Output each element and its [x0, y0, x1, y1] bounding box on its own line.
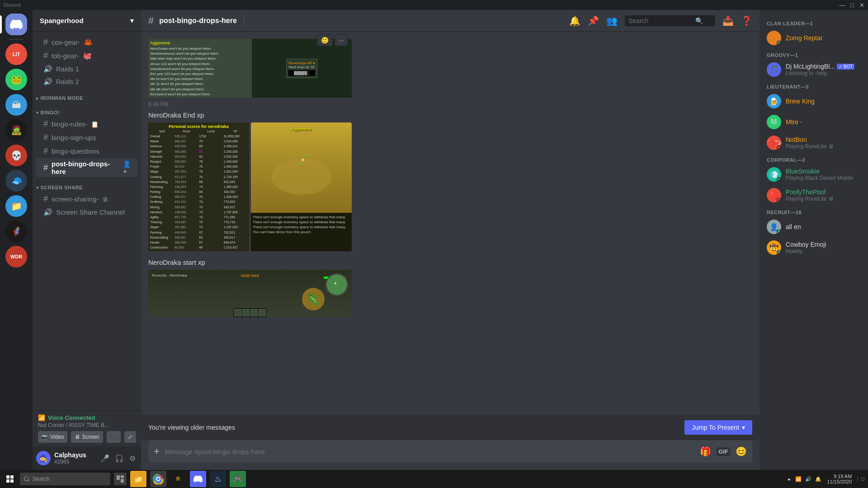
notification-icon[interactable]: 🔔 [815, 476, 821, 482]
server-icon-folder[interactable]: 📁 [5, 195, 27, 217]
file-explorer-icon[interactable]: 📁 [130, 471, 146, 487]
discord-taskbar-icon[interactable] [190, 471, 206, 487]
gif-button[interactable]: GIF [717, 447, 730, 456]
taskbar-right: ⏶ 📶 🔊 🔔 9:19 AM 11/15/2020 □ [787, 474, 864, 484]
avatar [767, 31, 781, 45]
avatar: 🤠 [767, 240, 781, 255]
minimize-btn[interactable]: — [839, 2, 845, 9]
message-group-2: NeroDraka start xp RuneLite - NeroDraka … [148, 258, 752, 317]
category-screen-share[interactable]: ▾ SCREEN SHARE [33, 178, 141, 192]
channel-emoji: 🐙 [83, 52, 92, 60]
channel-item-bingo-questions[interactable]: # bingo-questions [36, 145, 137, 158]
members-icon[interactable]: 👥 [606, 15, 618, 26]
add-member-icon[interactable]: 👤+ [123, 160, 134, 175]
pin-icon[interactable]: 📌 [588, 15, 599, 26]
show-desktop-btn[interactable]: □ [857, 476, 864, 482]
emoji-icon[interactable]: 😊 [736, 446, 747, 457]
up-arrow-icon[interactable]: ⏶ [787, 476, 792, 482]
channel-item-post-bingo-drops[interactable]: # post-bingo-drops-here 👤+ [36, 158, 137, 177]
message-actions: 🙂 ··· [317, 34, 348, 46]
channel-item-tob-gear[interactable]: # tob-gear- 🐙 [36, 49, 137, 62]
volume-icon: 🔊 [43, 208, 52, 216]
headphone-button[interactable]: 🎧 [113, 452, 126, 465]
channel-item-bingo-rules[interactable]: # bingo-rules- 📋 [36, 117, 137, 131]
server-icon-char[interactable]: 🧟 [5, 119, 27, 141]
message-timestamp: 6:46 PM [148, 101, 169, 108]
channel-item-raids1[interactable]: 🔊 Raids 1 [36, 63, 137, 75]
member-category-lieutenant: LIEUTENANT—3 [763, 80, 864, 91]
settings-button[interactable]: ⚙ [127, 452, 137, 465]
channel-sidebar: Spangerhood ▾ # cox-gear- 🦀 # tob-gear- … [33, 10, 141, 470]
message-input[interactable] [165, 442, 694, 461]
expand-button[interactable]: ⤢ [124, 431, 136, 443]
channel-hash-icon: # [148, 15, 154, 27]
runescape-icon[interactable]: R [170, 471, 186, 487]
server-icon-discord-home[interactable] [5, 14, 27, 35]
unknown-icon[interactable]: 🎮 [230, 471, 246, 487]
channel-name-label: post-bingo-drops-here [52, 160, 119, 175]
server-icon-skull[interactable]: 💀 [5, 145, 27, 166]
volume-icon: 🔊 [43, 65, 52, 73]
maximize-btn[interactable]: □ [850, 2, 854, 9]
member-item-brew-king[interactable]: 🍺 Brew King [763, 91, 864, 111]
task-view-btn[interactable] [114, 473, 127, 485]
search-input[interactable] [628, 17, 692, 24]
username: Calphayus [54, 451, 95, 459]
volume-icon: 🔊 [43, 77, 52, 86]
channel-name-label: cox-gear- [52, 38, 80, 46]
server-header[interactable]: Spangerhood ▾ [33, 10, 141, 32]
channel-emoji: 🖥 [102, 196, 108, 203]
start-button[interactable] [4, 473, 16, 485]
mic-button[interactable]: 🎤 [99, 452, 111, 465]
member-item-dj[interactable]: 🎵 Dj McLightingBl... ✓ BOT Listening to … [763, 60, 864, 80]
member-item-mtre[interactable]: M Mtre - [763, 112, 864, 132]
bell-icon[interactable]: 🔔 [569, 15, 580, 26]
svg-point-4 [24, 477, 28, 481]
disconnect-button[interactable]: 📞 [107, 431, 121, 443]
channel-item-screen-sharing[interactable]: # screen-sharing- 🖥 [36, 192, 137, 206]
member-item-poofythepoof[interactable]: 🔴 PoofyThePoof Playing RuneLite 🖥 [763, 185, 864, 205]
channel-item-raids2[interactable]: 🔊 Raids 2 [36, 75, 137, 88]
inbox-icon[interactable]: 📥 [722, 15, 734, 26]
category-bingo[interactable]: ▾ BINGO! [33, 103, 141, 117]
more-options-btn[interactable]: ··· [335, 34, 348, 46]
hash-icon: # [43, 194, 48, 204]
search-taskbar[interactable]: Search [20, 473, 110, 485]
jump-to-present-button[interactable]: Jump To Present ▾ [684, 420, 752, 435]
server-icon-wdr[interactable]: WDR [5, 246, 27, 267]
close-btn[interactable]: ✕ [859, 2, 864, 9]
older-messages-text: You're viewing older messages [148, 424, 235, 431]
older-messages-bar: You're viewing older messages Jump To Pr… [141, 415, 760, 440]
channel-name-label: bingo-rules- [52, 120, 87, 128]
volume-tray-icon[interactable]: 🔊 [805, 476, 811, 482]
add-reaction-btn[interactable]: 🙂 [317, 34, 333, 46]
channel-item-cox-gear[interactable]: # cox-gear- 🦀 [36, 36, 137, 49]
chrome-icon[interactable] [150, 471, 166, 487]
server-icon-green[interactable]: 🦸 [5, 221, 27, 242]
server-divider [9, 39, 24, 40]
message-input-container: + 🎁 GIF 😊 [148, 440, 752, 463]
system-tray: ⏶ 📶 🔊 🔔 [787, 476, 821, 482]
member-item-zomg-reptar[interactable]: Zomg Reptar [763, 28, 864, 48]
member-category-corporal: CORPORAL—2 [763, 154, 864, 164]
channel-name-label: Screen Share Channel [56, 208, 125, 216]
member-item-notbon[interactable]: 🔴"> NotBon Playing RuneLite 🖥 [763, 133, 864, 153]
avatar: 🔴"> [767, 136, 781, 150]
video-button[interactable]: 📷 Video [38, 431, 67, 443]
category-ironman[interactable]: ▸ IRONMAN MODE [33, 88, 141, 103]
channel-item-bingo-signups[interactable]: # bingo-sign-ups [36, 131, 137, 144]
server-icon-cap[interactable]: 🧢 [5, 170, 27, 192]
help-icon[interactable]: ❓ [741, 15, 752, 26]
server-icon-pepe[interactable]: 🐸 [5, 69, 27, 90]
gift-icon[interactable]: 🎁 [700, 446, 711, 457]
channel-item-screen-share-channel[interactable]: 🔊 Screen Share Channel [36, 206, 137, 218]
member-item-bluesmokie[interactable]: 💨 BlueSmokie Playing Black Desert Mobile [763, 164, 864, 184]
screen-button[interactable]: 🖥 Screen [71, 431, 103, 443]
server-icon-mountain[interactable]: 🏔 [5, 94, 27, 116]
add-content-button[interactable]: + [154, 440, 160, 463]
chevron-down-icon: ▾ [742, 424, 745, 431]
server-icon-litboo[interactable]: LIT [5, 43, 27, 65]
member-item-allen[interactable]: 👤 all en [763, 217, 864, 237]
member-item-cowboy-emoji[interactable]: 🤠 Cowboy Emoji Howdy [763, 238, 864, 258]
steam-icon[interactable]: ♨ [210, 471, 226, 487]
